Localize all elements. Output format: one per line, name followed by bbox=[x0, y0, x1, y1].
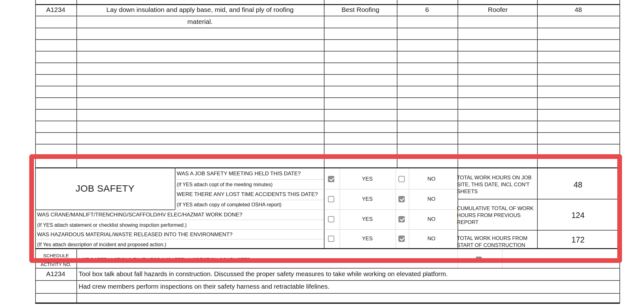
grid-line bbox=[76, 0, 77, 167]
activity-description-line2: material. bbox=[187, 18, 213, 25]
grid-line bbox=[35, 4, 619, 5]
activity-description-line1: Lay down insulation and apply base, mid,… bbox=[106, 6, 293, 14]
work-hours-cell: 48 bbox=[575, 6, 582, 14]
grid-line bbox=[35, 74, 619, 75]
grid-line bbox=[35, 132, 619, 133]
grid-line bbox=[35, 293, 619, 294]
grid-line bbox=[35, 51, 619, 52]
grid-line bbox=[35, 39, 619, 40]
grid-line bbox=[35, 86, 619, 86]
trade-cell: Roofer bbox=[488, 6, 508, 14]
crew-count-cell: 6 bbox=[425, 6, 429, 14]
contractor-cell: Best Roofing bbox=[341, 6, 379, 14]
highlight-box bbox=[29, 154, 622, 263]
daily-construction-report-page: A1234 Lay down insulation and apply base… bbox=[0, 0, 644, 305]
grid-line bbox=[397, 0, 397, 167]
safety-entry-activity-no: A1234 bbox=[46, 270, 65, 278]
safety-entry-text-line2: Had crew members perform inspections on … bbox=[79, 283, 330, 290]
grid-line bbox=[35, 28, 619, 28]
grid-line bbox=[35, 109, 619, 110]
grid-line bbox=[35, 144, 619, 144]
grid-line bbox=[35, 16, 619, 16]
activity-no-cell: A1234 bbox=[46, 6, 65, 14]
grid-line bbox=[35, 121, 619, 121]
grid-line bbox=[35, 97, 619, 98]
grid-line bbox=[35, 302, 619, 304]
grid-line bbox=[35, 63, 619, 63]
safety-entry-text-line1: Tool box talk about fall hazards in cons… bbox=[79, 270, 448, 278]
grid-line bbox=[35, 268, 619, 269]
grid-line bbox=[35, 280, 619, 281]
